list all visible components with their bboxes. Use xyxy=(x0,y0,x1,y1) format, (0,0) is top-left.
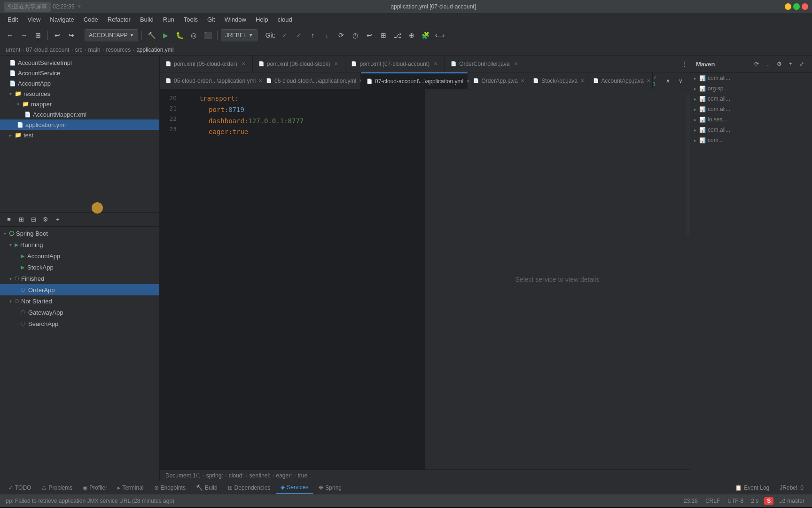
service-accountapp[interactable]: ▶ AccountApp xyxy=(0,250,159,262)
breadcrumb-item-2[interactable]: src xyxy=(75,47,82,53)
toolbar-git-fetch[interactable]: Git: xyxy=(265,29,277,41)
toolbar-git-annotate[interactable]: ⊞ xyxy=(377,29,390,41)
tab-dependencies[interactable]: ⊞ Dependencies xyxy=(223,481,275,494)
window-controls[interactable] xyxy=(785,3,808,10)
breadcrumb-item-5[interactable]: application.yml xyxy=(136,47,173,53)
menu-cloud[interactable]: cloud xyxy=(274,15,296,24)
menu-tools[interactable]: Tools xyxy=(180,15,202,24)
toolbar-git-pull[interactable]: ↓ xyxy=(321,29,333,41)
menu-run[interactable]: Run xyxy=(159,15,178,24)
tab-close-stockapp[interactable]: ✕ xyxy=(580,78,584,84)
breadcrumb-item-4[interactable]: resources xyxy=(106,47,131,53)
menu-edit[interactable]: Edit xyxy=(4,15,22,24)
btn-collapse[interactable]: ∧ xyxy=(663,75,673,87)
toolbar-undo[interactable]: ↩ xyxy=(51,29,63,41)
toolbar-build[interactable]: 🔨 xyxy=(145,29,157,41)
maven-expand[interactable]: ⤢ xyxy=(797,59,806,69)
tab-pom-account[interactable]: 📄 pom.xml (07-cloud-account) ✕ xyxy=(345,56,445,72)
tree-folder-test[interactable]: ▸ 📁 test xyxy=(0,130,159,140)
menu-refactor[interactable]: Refactor xyxy=(104,15,134,24)
toolbar-run[interactable]: ▶ xyxy=(159,29,172,41)
tab-close-account[interactable]: ✕ xyxy=(432,61,439,67)
toolbar-recent[interactable]: ⊞ xyxy=(32,29,44,41)
tab-close-stock[interactable]: ✕ xyxy=(333,61,339,67)
code-editor[interactable]: 20 21 22 23 transport: port: 8719 d xyxy=(160,89,425,469)
status-crlf[interactable]: CRLF xyxy=(703,497,722,505)
maven-item-1[interactable]: ▸ 📊 org.sp... xyxy=(690,83,812,94)
maven-item-0[interactable]: ▸ 📊 com.ali... xyxy=(690,73,812,83)
toolbar-git-history[interactable]: ◷ xyxy=(349,29,361,41)
tab-event-log[interactable]: 📋 Event Log xyxy=(730,481,774,494)
toolbar-back[interactable]: ← xyxy=(4,29,16,41)
toolbar-forward[interactable]: → xyxy=(18,29,30,41)
services-btn-plus[interactable]: + xyxy=(53,214,63,225)
tab-jrebel[interactable]: JRebel: 0 xyxy=(775,481,808,494)
services-btn-add[interactable]: ⊞ xyxy=(16,214,26,225)
menu-help[interactable]: Help xyxy=(252,15,272,24)
menu-navigate[interactable]: Navigate xyxy=(46,15,78,24)
toolbar-plugins[interactable]: 🧩 xyxy=(420,29,432,41)
tab-close-orderctrl[interactable]: ✕ xyxy=(513,61,519,67)
services-btn-filter[interactable]: ⊟ xyxy=(28,214,39,225)
tab-accountapp-java[interactable]: 📄 AccountApp.java ✕ xyxy=(587,72,653,89)
toolbar-git-undo[interactable]: ↩ xyxy=(363,29,375,41)
maven-refresh[interactable]: ⟳ xyxy=(752,59,761,69)
service-orderapp[interactable]: ⎔ OrderApp xyxy=(0,284,159,295)
toolbar-git-check[interactable]: ✓ xyxy=(279,29,291,41)
menu-code[interactable]: Code xyxy=(80,15,102,24)
running-header[interactable]: ▾ ▶ Running xyxy=(0,239,159,250)
tab-build[interactable]: 🔨 Build xyxy=(191,481,222,494)
tab-close-order[interactable]: ✕ xyxy=(240,61,247,67)
tree-item-accountmapper[interactable]: 📄 AccountMapper.xml xyxy=(0,109,159,119)
jrebel-dropdown[interactable]: JREBEL ▼ xyxy=(221,29,257,41)
toolbar-git-push[interactable]: ↑ xyxy=(307,29,319,41)
menu-build[interactable]: Build xyxy=(136,15,157,24)
maven-item-4[interactable]: ▸ 📊 io.sea... xyxy=(690,114,812,125)
tab-orderapp[interactable]: 📄 OrderApp.java ✕ xyxy=(468,72,528,89)
tab-pom-order[interactable]: 📄 pom.xml (05-cloud-order) ✕ xyxy=(160,56,253,72)
status-branch[interactable]: ⎇ master xyxy=(777,497,806,505)
menu-git[interactable]: Git xyxy=(203,15,219,24)
tab-endpoints[interactable]: ⊕ Endpoints xyxy=(149,481,190,494)
services-btn-list[interactable]: ≡ xyxy=(4,214,14,225)
tree-item-application-yml[interactable]: 📄 application.yml xyxy=(0,119,159,130)
tab-pom-stock[interactable]: 📄 pom.xml (06-cloud-stock) ✕ xyxy=(253,56,346,72)
tab-terminal[interactable]: ▸ Terminal xyxy=(113,481,148,494)
maven-download[interactable]: ↓ xyxy=(763,59,773,69)
code-content[interactable]: transport: port: 8719 dashboard: 127.0.0… xyxy=(182,89,424,469)
finished-header[interactable]: ▾ ⎔ Finished xyxy=(0,273,159,284)
project-dropdown[interactable]: ACCOUNTAPP ▼ xyxy=(85,29,138,41)
service-searchapp[interactable]: ⎔ SearchApp xyxy=(0,318,159,329)
services-btn-settings[interactable]: ⚙ xyxy=(40,214,51,225)
toolbar-coverage[interactable]: ◎ xyxy=(187,29,200,41)
btn-expand[interactable]: ∨ xyxy=(675,75,686,87)
tab-close-accountapp[interactable]: ✕ xyxy=(647,78,650,84)
tab-todo[interactable]: ✓ TODO xyxy=(4,481,36,494)
maven-add[interactable]: + xyxy=(786,59,795,69)
tree-item-accountserviceimpl[interactable]: 📄 AccountServiceImpl xyxy=(0,57,159,68)
toolbar-git-branch[interactable]: ⎇ xyxy=(391,29,404,41)
tab-ordercontroller[interactable]: 📄 OrderController.java ✕ xyxy=(445,56,525,72)
close-btn[interactable] xyxy=(802,3,808,10)
tab-close-orderapp[interactable]: ✕ xyxy=(521,78,524,84)
toolbar-git-stash[interactable]: ⟳ xyxy=(335,29,347,41)
maximize-btn[interactable] xyxy=(793,3,800,10)
menu-view[interactable]: View xyxy=(23,15,44,24)
toolbar-debug[interactable]: 🐛 xyxy=(173,29,186,41)
spring-boot-header[interactable]: ▾ ⎔ Spring Boot xyxy=(0,228,159,239)
maven-item-3[interactable]: ▸ 📊 com.ali... xyxy=(690,104,812,114)
status-indent[interactable]: 2 s xyxy=(749,497,760,505)
toolbar-translate[interactable]: ⟺ xyxy=(434,29,446,41)
toolbar-git-check2[interactable]: ✓ xyxy=(293,29,305,41)
tab-yml-order[interactable]: 📄 05-cloud-order\...\application.yml ✕ xyxy=(160,72,260,89)
toolbar-stop[interactable]: ⬛ xyxy=(202,29,214,41)
status-s-icon[interactable]: S xyxy=(764,497,773,505)
tab-problems[interactable]: ⚠ Problems xyxy=(37,481,77,494)
service-stockapp[interactable]: ▶ StockApp xyxy=(0,262,159,273)
tab-profiler[interactable]: ◉ Profiler xyxy=(78,481,112,494)
maven-item-6[interactable]: ▸ 📊 com... xyxy=(690,135,812,145)
tab-yml-stock[interactable]: 📄 06-cloud-stock\...\application.yml ✕ xyxy=(260,72,361,89)
tab-overflow[interactable]: ⋮ xyxy=(679,56,690,72)
not-started-header[interactable]: ▾ ⎔ Not Started xyxy=(0,295,159,307)
service-gatewayapp[interactable]: ⎔ GatewayApp xyxy=(0,307,159,318)
